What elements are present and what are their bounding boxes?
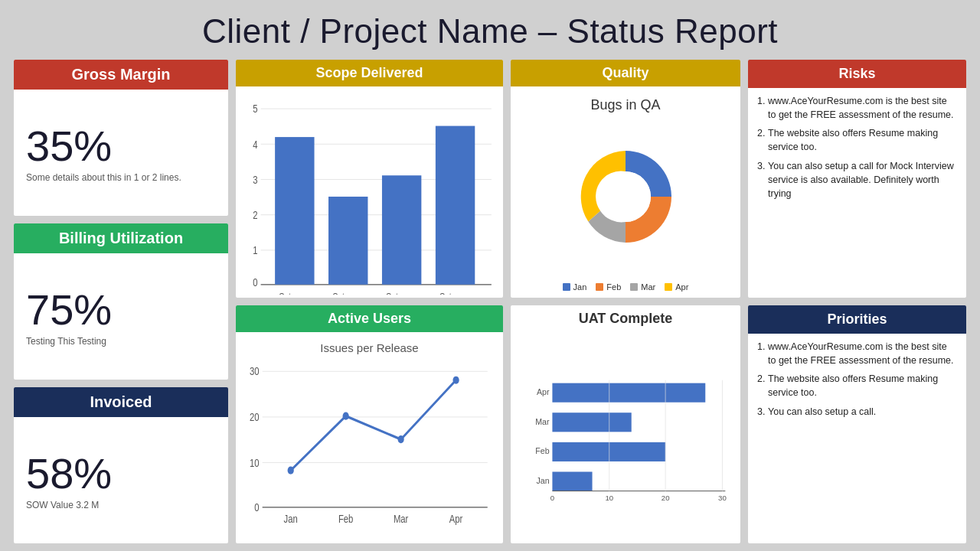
invoiced-card: Invoiced 58% SOW Value 3.2 M — [14, 387, 228, 543]
svg-text:Category: Category — [332, 290, 364, 295]
svg-text:10: 10 — [605, 494, 613, 502]
quality-card: Quality Bugs in QA — [511, 60, 740, 298]
svg-rect-15 — [436, 126, 475, 285]
svg-text:0: 0 — [253, 276, 257, 289]
svg-text:Mar: Mar — [535, 417, 550, 426]
legend-feb-dot — [596, 283, 603, 291]
svg-text:Category: Category — [439, 290, 472, 295]
svg-text:Category: Category — [279, 290, 311, 295]
scope-bar-chart: 5 4 3 2 1 0 — [243, 93, 495, 295]
svg-text:Apr: Apr — [449, 514, 463, 525]
risk-item-1: www.AceYourResume.com is the best site t… — [768, 94, 957, 122]
legend-jan: Jan — [563, 282, 587, 292]
svg-text:20: 20 — [250, 412, 260, 423]
svg-text:Mar: Mar — [394, 514, 409, 525]
gross-margin-desc: Some details about this in 1 or 2 lines. — [26, 172, 216, 183]
svg-rect-14 — [382, 175, 421, 285]
donut-chart-area — [518, 115, 733, 278]
priorities-list: www.AceYourResume.com is the best site t… — [756, 340, 957, 419]
svg-point-33 — [343, 412, 349, 420]
risks-list: www.AceYourResume.com is the best site t… — [756, 94, 957, 201]
donut-chart-svg — [568, 139, 683, 254]
active-users-header: Active Users — [236, 305, 503, 332]
right-column: Risks www.AceYourResume.com is the best … — [748, 60, 966, 543]
svg-point-34 — [398, 435, 404, 443]
priority-item-3: You can also setup a call. — [768, 405, 957, 419]
quality-chart-title: Bugs in QA — [518, 93, 733, 115]
svg-text:Jan: Jan — [284, 514, 298, 525]
risks-body: www.AceYourResume.com is the best site t… — [748, 88, 966, 298]
legend-apr: Apr — [665, 282, 688, 292]
svg-text:30: 30 — [718, 494, 727, 502]
risk-item-3: You can also setup a call for Mock Inter… — [768, 159, 957, 201]
svg-text:Feb: Feb — [338, 514, 353, 525]
quality-header: Quality — [511, 60, 740, 86]
svg-point-40 — [600, 171, 651, 222]
dashboard-page: Client / Project Name – Status Report Gr… — [0, 0, 980, 551]
gross-margin-body: 35% Some details about this in 1 or 2 li… — [14, 90, 228, 216]
mid-column: Scope Delivered 5 4 3 2 1 0 — [236, 60, 503, 543]
svg-rect-48 — [552, 471, 592, 491]
uat-complete-card: UAT Complete Apr Mar — [511, 305, 740, 543]
legend-apr-dot — [665, 283, 672, 291]
legend-mar-label: Mar — [641, 282, 655, 292]
legend-jan-dot — [563, 283, 570, 291]
svg-rect-42 — [552, 383, 705, 403]
billing-util-desc: Testing This Testing — [26, 336, 216, 347]
gross-margin-header: Gross Margin — [14, 60, 228, 90]
svg-text:2: 2 — [253, 209, 257, 222]
svg-text:Feb: Feb — [535, 446, 549, 455]
quality-body: Bugs in QA — [511, 86, 740, 298]
svg-text:0: 0 — [254, 502, 259, 514]
invoiced-body: 58% SOW Value 3.2 M — [14, 417, 228, 543]
uat-title-text: UAT Complete — [579, 311, 673, 326]
scope-delivered-header: Scope Delivered — [236, 60, 503, 86]
line-chart-title: Issues per Release — [243, 338, 495, 356]
legend-mar: Mar — [630, 282, 655, 292]
quality-legend: Jan Feb Mar Apr — [518, 278, 733, 295]
priorities-header: Priorities — [748, 305, 966, 334]
svg-rect-12 — [275, 137, 314, 285]
svg-text:5: 5 — [253, 103, 257, 116]
risks-card: Risks www.AceYourResume.com is the best … — [748, 60, 966, 298]
scope-delivered-card: Scope Delivered 5 4 3 2 1 0 — [236, 60, 503, 298]
svg-text:0: 0 — [550, 494, 554, 502]
svg-text:10: 10 — [250, 458, 260, 469]
gross-margin-value: 35% — [26, 122, 216, 170]
svg-point-32 — [288, 467, 294, 474]
svg-rect-46 — [552, 442, 665, 461]
billing-util-header: Billing Utilization — [14, 223, 228, 253]
svg-point-35 — [452, 377, 459, 384]
invoiced-header: Invoiced — [14, 387, 228, 417]
billing-util-body: 75% Testing This Testing — [14, 253, 228, 380]
svg-text:3: 3 — [253, 173, 257, 186]
risks-header: Risks — [748, 60, 966, 88]
risk-item-2: The website also offers Resume making se… — [768, 126, 957, 154]
legend-mar-dot — [630, 283, 638, 291]
invoiced-desc: SOW Value 3.2 M — [26, 500, 216, 510]
page-title: Client / Project Name – Status Report — [14, 8, 966, 60]
priority-item-1: www.AceYourResume.com is the best site t… — [768, 340, 957, 367]
active-users-body: Issues per Release 30 20 10 0 — [236, 332, 503, 543]
invoiced-value: 58% — [26, 450, 216, 497]
uat-complete-header: UAT Complete — [511, 305, 740, 332]
uat-body: Apr Mar Feb Jan 0 10 20 3 — [511, 332, 740, 543]
svg-text:1: 1 — [253, 244, 257, 257]
priority-item-2: The website also offers Resume making se… — [768, 372, 957, 399]
priorities-body: www.AceYourResume.com is the best site t… — [748, 334, 966, 543]
quality-column: Quality Bugs in QA — [511, 60, 740, 543]
legend-apr-label: Apr — [675, 282, 688, 292]
active-users-card: Active Users Issues per Release 30 20 10… — [236, 305, 503, 543]
kpi-column: Gross Margin 35% Some details about this… — [14, 60, 228, 543]
line-chart-svg: 30 20 10 0 — [243, 356, 495, 540]
billing-util-value: 75% — [26, 286, 216, 334]
svg-text:Jan: Jan — [536, 476, 549, 485]
legend-feb-label: Feb — [606, 282, 621, 292]
gross-margin-card: Gross Margin 35% Some details about this… — [14, 60, 228, 216]
uat-hbar-svg: Apr Mar Feb Jan 0 10 20 3 — [518, 338, 733, 540]
svg-rect-44 — [552, 412, 631, 432]
scope-delivered-body: 5 4 3 2 1 0 — [236, 86, 503, 298]
svg-text:30: 30 — [250, 366, 260, 377]
priorities-card: Priorities www.AceYourResume.com is the … — [748, 305, 966, 543]
dashboard-grid: Gross Margin 35% Some details about this… — [14, 60, 966, 543]
